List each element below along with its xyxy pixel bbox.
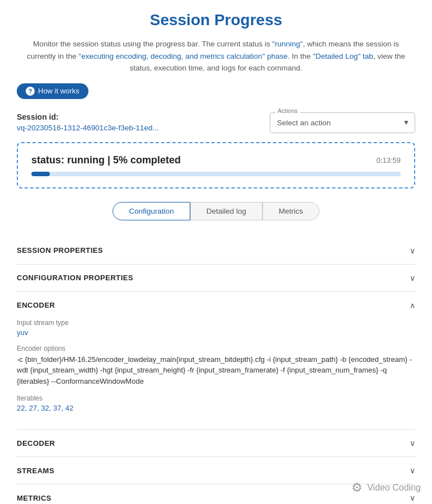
watermark-text: Video Coding bbox=[367, 483, 421, 493]
encoder-options-group: Encoder options -c {bin_folder}/HM-16.25… bbox=[17, 345, 415, 387]
encoder-options-value: -c {bin_folder}/HM-16.25/encoder_lowdela… bbox=[17, 354, 415, 387]
session-properties-chevron: ∨ bbox=[410, 246, 415, 255]
progress-box: status: running | 5% completed 0:13:59 bbox=[17, 142, 415, 189]
page-title: Session Progress bbox=[17, 11, 415, 29]
decoder-header[interactable]: DECODER ∨ bbox=[17, 430, 415, 456]
section-encoder: ENCODER ∧ Input stream type yuv Encoder … bbox=[17, 292, 415, 430]
encoder-chevron: ∧ bbox=[410, 301, 415, 310]
progress-status-text: status: running | 5% completed bbox=[31, 154, 181, 166]
encoder-options-label: Encoder options bbox=[17, 345, 415, 352]
tab-metrics[interactable]: Metrics bbox=[262, 202, 320, 220]
session-id-value: vq-20230516-1312-46901c3e-f3eb-11ed... bbox=[17, 124, 159, 132]
progress-bar-fill bbox=[31, 172, 50, 176]
tab-detailed-log[interactable]: Detailed log bbox=[190, 202, 262, 220]
question-icon: ? bbox=[26, 87, 35, 96]
session-header: Session id: vq-20230516-1312-46901c3e-f3… bbox=[17, 112, 415, 133]
section-session-properties: SESSION PROPERTIES ∨ bbox=[17, 237, 415, 265]
session-properties-header[interactable]: SESSION PROPERTIES ∨ bbox=[17, 237, 415, 264]
how-it-works-label: How it works bbox=[38, 87, 79, 95]
section-decoder: DECODER ∨ bbox=[17, 430, 415, 457]
streams-title: STREAMS bbox=[17, 467, 54, 475]
section-configuration-properties: CONFIGURATION PROPERTIES ∨ bbox=[17, 265, 415, 292]
decoder-title: DECODER bbox=[17, 439, 55, 448]
input-stream-type-label: Input stream type bbox=[17, 319, 415, 327]
progress-status-row: status: running | 5% completed 0:13:59 bbox=[31, 154, 401, 166]
tabs-row: Configuration Detailed log Metrics bbox=[17, 202, 415, 220]
encoder-content: Input stream type yuv Encoder options -c… bbox=[17, 319, 415, 430]
progress-time: 0:13:59 bbox=[377, 156, 401, 164]
input-stream-type-group: Input stream type yuv bbox=[17, 319, 415, 337]
encoder-title: ENCODER bbox=[17, 301, 55, 309]
tab-configuration[interactable]: Configuration bbox=[112, 202, 190, 220]
configuration-properties-chevron: ∨ bbox=[410, 274, 415, 282]
actions-select[interactable]: Select an action Stop session Download r… bbox=[270, 112, 415, 133]
iterables-group: Iterables 22, 27, 32, 37, 42 bbox=[17, 394, 415, 412]
configuration-properties-header[interactable]: CONFIGURATION PROPERTIES ∨ bbox=[17, 265, 415, 291]
iterables-value: 22, 27, 32, 37, 42 bbox=[17, 404, 415, 412]
session-properties-title: SESSION PROPERTIES bbox=[17, 246, 103, 255]
encoder-header[interactable]: ENCODER ∧ bbox=[17, 292, 415, 319]
session-id-label: Session id: bbox=[17, 112, 159, 121]
input-stream-type-value: yuv bbox=[17, 328, 415, 337]
how-it-works-button[interactable]: ? How it works bbox=[17, 83, 88, 99]
iterables-label: Iterables bbox=[17, 394, 415, 402]
actions-label: Actions bbox=[275, 107, 300, 114]
actions-dropdown-wrapper: Actions Select an action Stop session Do… bbox=[270, 112, 415, 133]
metrics-title: METRICS bbox=[17, 494, 51, 502]
session-id-block: Session id: vq-20230516-1312-46901c3e-f3… bbox=[17, 112, 159, 132]
page-description: Monitor the session status using the pro… bbox=[26, 38, 406, 74]
watermark-icon: ⚙ bbox=[351, 481, 363, 495]
progress-bar-track bbox=[31, 172, 401, 176]
streams-chevron: ∨ bbox=[410, 466, 415, 475]
configuration-properties-title: CONFIGURATION PROPERTIES bbox=[17, 274, 133, 282]
decoder-chevron: ∨ bbox=[410, 439, 415, 448]
watermark: ⚙ Video Coding bbox=[351, 481, 421, 495]
